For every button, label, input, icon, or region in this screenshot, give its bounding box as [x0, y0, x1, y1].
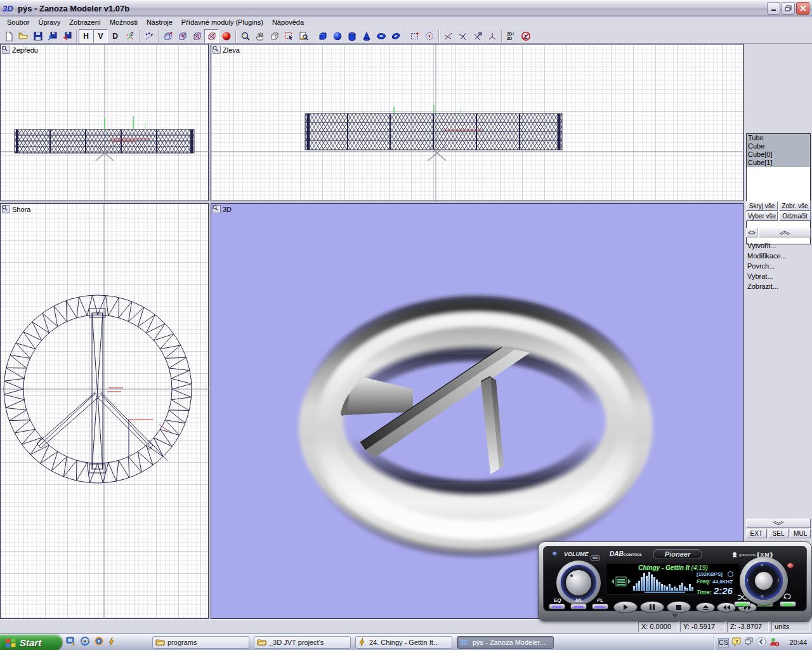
- menu-item-5[interactable]: Nástroje: [142, 17, 177, 27]
- select-all-button[interactable]: Vyber vše: [746, 211, 778, 221]
- primitive-tube-icon[interactable]: [388, 29, 403, 43]
- show-desktop-icon[interactable]: [66, 636, 76, 647]
- sidebar-menu-item-4[interactable]: Vybrat...: [747, 271, 811, 281]
- internet-explorer-icon[interactable]: e: [80, 636, 90, 647]
- panel-toggle-button[interactable]: <>: [746, 228, 757, 237]
- nav-pad[interactable]: ˄ ˅ ‹ ›: [740, 557, 788, 605]
- select-edge-mode-icon[interactable]: [190, 29, 204, 43]
- menu-item-3[interactable]: Zobrazení: [65, 17, 105, 27]
- pan-tool-icon[interactable]: [252, 29, 267, 43]
- sidebar-menu-item-1[interactable]: Vytvořit...: [747, 241, 811, 251]
- zoom-extents-icon[interactable]: [267, 29, 282, 43]
- spectrum-baseline: [645, 592, 685, 593]
- select-circle-icon[interactable]: [422, 29, 436, 43]
- sidebar-menu-item-2[interactable]: Modifikace...: [747, 251, 811, 261]
- menu-item-4[interactable]: Možnosti: [105, 17, 142, 27]
- repeat-button[interactable]: [780, 601, 796, 607]
- nav-center-button[interactable]: [755, 572, 773, 590]
- shuffle-button[interactable]: [734, 601, 750, 607]
- media-player-icon[interactable]: [94, 636, 104, 647]
- menu-item-1[interactable]: Soubor: [3, 17, 34, 27]
- deselect-button[interactable]: Odznačit: [779, 211, 811, 221]
- menu-item-7[interactable]: Nápověda: [268, 17, 308, 27]
- mode-button-mul[interactable]: MUL: [790, 529, 811, 538]
- view-h-toggle[interactable]: H: [79, 29, 93, 43]
- viewport-zoom-chip[interactable]: [213, 205, 221, 213]
- sidebar-menu-item-5[interactable]: Zobrazit...: [747, 281, 811, 291]
- viewport-zoom-chip[interactable]: [2, 46, 10, 54]
- messenger-icon[interactable]: [769, 637, 780, 648]
- file-import-icon[interactable]: [45, 29, 60, 43]
- nav-down-arrow[interactable]: ˅: [761, 594, 764, 599]
- pl-button[interactable]: [592, 604, 608, 609]
- material-sphere-icon[interactable]: [219, 29, 233, 43]
- nav-right-arrow[interactable]: ›: [777, 577, 779, 583]
- collapse-chevron-icon[interactable]: [756, 637, 766, 648]
- show-all-button[interactable]: Zobr. vše: [779, 201, 811, 211]
- view-d-toggle[interactable]: D: [108, 29, 122, 43]
- vertex-tool-2-icon[interactable]: [455, 29, 470, 43]
- no-z-toggle-icon[interactable]: Z: [518, 29, 533, 43]
- language-indicator[interactable]: CS: [718, 638, 729, 647]
- zoom-tool-icon[interactable]: [238, 29, 252, 43]
- taskbar-task-2[interactable]: _3D JVT project's: [254, 636, 351, 649]
- viewport-top[interactable]: Shora: [0, 203, 209, 619]
- primitive-torus-icon[interactable]: [374, 29, 388, 43]
- vertex-tool-1-icon[interactable]: [441, 29, 455, 43]
- help-bubble-icon[interactable]: ?: [732, 637, 742, 648]
- taskbar-task-1[interactable]: programs: [152, 636, 249, 649]
- winamp-icon[interactable]: [108, 637, 116, 647]
- restore-button[interactable]: [782, 2, 795, 15]
- close-button[interactable]: [796, 2, 809, 15]
- nav-up-arrow[interactable]: ˄: [761, 562, 764, 568]
- hide-all-button[interactable]: Skryj vše: [746, 201, 778, 211]
- axes-icon[interactable]: Zx: [122, 29, 137, 43]
- select-object-mode-icon[interactable]: [160, 29, 175, 43]
- menu-item-2[interactable]: Úpravy: [34, 17, 65, 27]
- primitive-cone-icon[interactable]: [359, 29, 374, 43]
- eq-button[interactable]: [549, 604, 565, 609]
- object-list-item[interactable]: Cube[0]: [747, 150, 810, 159]
- vertex-move-icon[interactable]: [141, 29, 156, 43]
- select-poly-mode-icon[interactable]: [175, 29, 190, 43]
- start-button[interactable]: Start: [0, 634, 62, 650]
- menu-item-6[interactable]: Přídavné moduly (Plugins): [177, 17, 268, 27]
- file-save-icon[interactable]: [30, 29, 45, 43]
- primitive-cylinder-icon[interactable]: [344, 29, 359, 43]
- vertex-tool-4-icon[interactable]: [485, 29, 499, 43]
- player-tray-handle[interactable]: [539, 612, 811, 620]
- zoom-region-icon[interactable]: [296, 29, 311, 43]
- object-list-item[interactable]: Tube: [747, 134, 810, 142]
- view-v-toggle[interactable]: V: [93, 29, 108, 43]
- object-list-item[interactable]: Cube[1]: [747, 159, 810, 167]
- object-list-item[interactable]: Cube: [747, 142, 810, 150]
- sidebar-menu-item-3[interactable]: Povrch...: [747, 261, 811, 271]
- previous-button[interactable]: [717, 602, 736, 613]
- nav-left-arrow[interactable]: ‹: [747, 577, 749, 583]
- vertex-tool-3-icon[interactable]: [470, 29, 485, 43]
- select-vertex-mode-icon[interactable]: [204, 29, 219, 43]
- 2d-3d-toggle-icon[interactable]: 2D┘3D: [504, 29, 518, 43]
- file-export-icon[interactable]: [60, 29, 74, 43]
- mode-button-ext[interactable]: EXT: [746, 529, 767, 538]
- viewport-front[interactable]: Zepředu: [0, 44, 209, 201]
- eject-button[interactable]: [696, 602, 715, 613]
- viewport-left[interactable]: Zleva: [211, 44, 743, 201]
- primitive-sphere-icon[interactable]: [330, 29, 344, 43]
- collapse-up-button[interactable]: [759, 228, 811, 237]
- viewport-zoom-chip[interactable]: [2, 205, 10, 213]
- start-label: Start: [20, 637, 41, 648]
- windows-update-icon[interactable]: [745, 637, 753, 647]
- collapse-down-button[interactable]: [746, 519, 811, 528]
- taskbar-task-3[interactable]: 24. Chingy - Gettin It...: [355, 636, 452, 649]
- minimize-button[interactable]: [767, 2, 780, 15]
- ml-button[interactable]: [570, 604, 587, 609]
- select-rect-icon[interactable]: [407, 29, 422, 43]
- primitive-box-icon[interactable]: [315, 29, 330, 43]
- taskbar-task-4[interactable]: 3Dpýs - Zanoza Modeler...: [457, 636, 554, 649]
- mode-button-sel[interactable]: SEL: [768, 529, 789, 538]
- select-cursor-icon[interactable]: [282, 29, 296, 43]
- viewport-zoom-chip[interactable]: [213, 46, 221, 54]
- file-new-icon[interactable]: [1, 29, 16, 43]
- file-open-icon[interactable]: [16, 29, 30, 43]
